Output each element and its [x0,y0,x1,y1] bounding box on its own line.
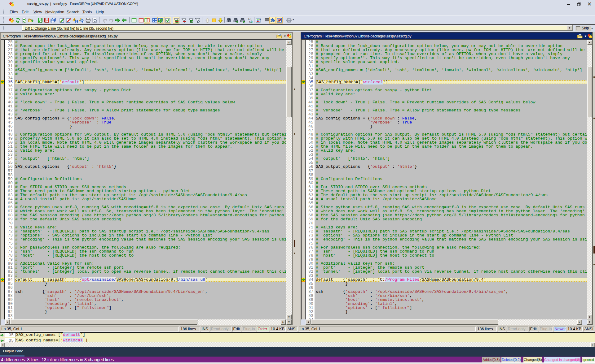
svg-text:B: B [251,20,253,23]
